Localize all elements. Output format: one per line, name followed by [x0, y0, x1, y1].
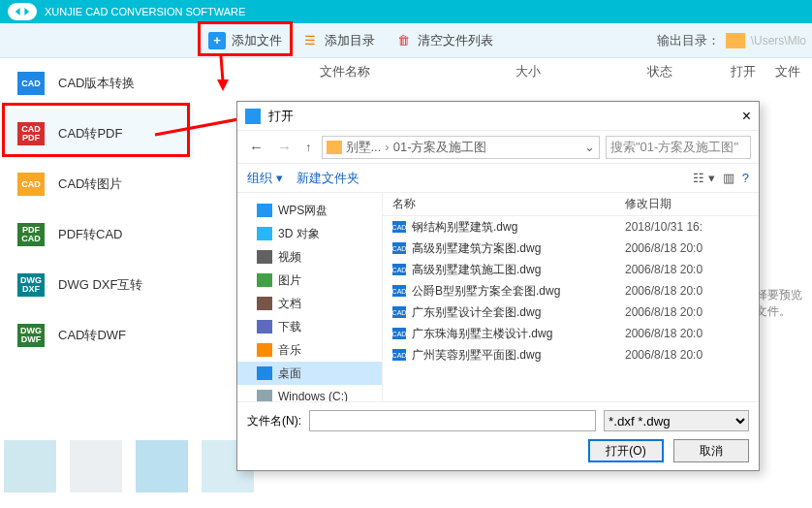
list-header: 名称 修改日期: [383, 193, 759, 216]
sidebar-item-label: CAD转图片: [58, 175, 122, 193]
sidebar-item-pdf2cad[interactable]: PDFCADPDF转CAD: [0, 209, 194, 260]
thumb[interactable]: [136, 440, 188, 492]
plus-icon: +: [208, 32, 226, 49]
app-logo: [8, 3, 37, 20]
close-icon[interactable]: ×: [742, 108, 751, 125]
list-icon: ☰: [301, 32, 319, 49]
file-date: 2006/8/18 20:0: [625, 327, 741, 340]
crumb-seg[interactable]: 别墅...: [346, 139, 382, 156]
pdf-cad-icon: PDFCAD: [17, 223, 45, 246]
dialog-title: 打开: [268, 108, 294, 125]
sidebar-item-cad2pdf[interactable]: CADPDFCAD转PDF: [0, 109, 194, 159]
tree-item[interactable]: 音乐: [237, 338, 382, 362]
breadcrumb[interactable]: 别墅... › 01-方案及施工图 ⌄: [322, 136, 601, 159]
tree-item-icon: [257, 204, 272, 217]
search-input[interactable]: 搜索"01-方案及施工图": [606, 136, 751, 159]
file-date: 2006/8/18 20:0: [625, 241, 741, 255]
sidebar-item-cad2img[interactable]: CADCAD转图片: [0, 159, 194, 209]
forward-button[interactable]: →: [273, 139, 296, 155]
crumb-seg[interactable]: 01-方案及施工图: [393, 139, 487, 156]
toolbar: + 添加文件 ☰ 添加目录 🗑 清空文件列表 输出目录： \Users\Mlo: [0, 23, 812, 58]
new-folder-button[interactable]: 新建文件夹: [297, 170, 359, 187]
cad-version-icon: CAD: [17, 72, 45, 95]
file-date: 2006/8/18 20:0: [625, 263, 741, 276]
file-row[interactable]: CAD钢结构别墅建筑.dwg2018/10/31 16:: [383, 216, 759, 238]
thumb[interactable]: [70, 440, 122, 492]
add-dir-button[interactable]: ☰ 添加目录: [292, 28, 385, 53]
folder-icon: [327, 141, 342, 154]
file-filter-select[interactable]: *.dxf *.dwg: [604, 410, 749, 431]
tree-item-icon: [257, 227, 272, 240]
file-row[interactable]: CAD高级别墅建筑方案图.dwg2006/8/18 20:0: [383, 238, 759, 259]
file-name: 广东别墅设计全套图.dwg: [412, 304, 541, 321]
col-size: 大小: [515, 63, 541, 80]
tree-item-icon: [257, 343, 272, 357]
help-button[interactable]: ?: [742, 171, 749, 185]
tree-item[interactable]: 3D 对象: [237, 222, 382, 245]
file-name: 广东珠海别墅主楼设计.dwg: [412, 326, 552, 342]
chevron-down-icon[interactable]: ⌄: [584, 140, 595, 154]
col-name[interactable]: 名称: [383, 196, 625, 212]
dwg-dxf-icon: DWGDXF: [17, 273, 45, 297]
tree-item[interactable]: 图片: [237, 269, 382, 292]
dialog-titlebar: 打开 ×: [237, 102, 759, 131]
thumb[interactable]: [4, 440, 56, 492]
tree-item[interactable]: WPS网盘: [237, 199, 382, 222]
open-file-dialog: 打开 × ← → ↑ 别墅... › 01-方案及施工图 ⌄ 搜索"01-方案及…: [236, 101, 760, 471]
tree-item-label: Windows (C:): [278, 390, 348, 401]
sidebar-item-label: CAD转PDF: [58, 125, 122, 143]
file-row[interactable]: CAD高级别墅建筑施工图.dwg2006/8/18 20:0: [383, 259, 759, 280]
sidebar-item-dwgdxf[interactable]: DWGDXFDWG DXF互转: [0, 260, 194, 310]
file-row[interactable]: CAD公爵B型别墅方案全套图.dwg2006/8/18 20:0: [383, 280, 759, 302]
file-date: 2018/10/31 16:: [625, 220, 741, 234]
col-open: 打开: [731, 63, 756, 80]
sidebar-item-label: DWG DXF互转: [58, 276, 142, 294]
folder-icon[interactable]: [726, 33, 745, 48]
tree-item-label: 图片: [278, 272, 301, 289]
details-pane-button[interactable]: ▥: [723, 171, 734, 185]
open-button[interactable]: 打开(O): [588, 439, 664, 462]
tree-item-label: WPS网盘: [278, 203, 328, 219]
dialog-bottom: 文件名(N): *.dxf *.dwg 打开(O) 取消: [237, 401, 759, 470]
tree-item-label: 视频: [278, 249, 301, 266]
taskbar-thumbs: [4, 440, 254, 492]
file-date: 2006/8/18 20:0: [625, 284, 741, 298]
file-date: 2006/8/18 20:0: [625, 348, 741, 362]
cad-file-icon: CAD: [392, 285, 406, 297]
sidebar-item-version[interactable]: CADCAD版本转换: [0, 58, 194, 109]
sidebar-item-cad2dwf[interactable]: DWGDWFCAD转DWF: [0, 310, 194, 361]
cad-file-icon: CAD: [392, 306, 406, 318]
file-name: 高级别墅建筑方案图.dwg: [412, 240, 541, 257]
tree-item-label: 3D 对象: [278, 226, 320, 242]
file-row[interactable]: CAD广州芙蓉别墅平面图.dwg2006/8/18 20:0: [383, 344, 759, 365]
filename-input[interactable]: [309, 410, 596, 431]
clear-list-button[interactable]: 🗑 清空文件列表: [385, 28, 503, 53]
col-date[interactable]: 修改日期: [625, 196, 741, 212]
view-mode-button[interactable]: ☷ ▾: [693, 171, 715, 185]
cad-img-icon: CAD: [17, 173, 45, 196]
cad-file-icon: CAD: [392, 221, 406, 233]
tree-item[interactable]: Windows (C:): [237, 385, 382, 401]
up-button[interactable]: ↑: [301, 140, 316, 154]
col-filename: 文件名称: [320, 63, 370, 80]
tree-item-label: 下载: [278, 319, 301, 335]
cancel-button[interactable]: 取消: [673, 439, 749, 462]
organize-menu[interactable]: 组织 ▾: [247, 170, 283, 187]
add-dir-label: 添加目录: [325, 32, 375, 49]
tree-item-label: 文档: [278, 296, 301, 312]
back-button[interactable]: ←: [245, 139, 267, 155]
tree-item[interactable]: 文档: [237, 292, 382, 315]
sidebar-item-label: PDF转CAD: [58, 226, 122, 243]
file-row[interactable]: CAD广东别墅设计全套图.dwg2006/8/18 20:0: [383, 302, 759, 323]
file-row[interactable]: CAD广东珠海别墅主楼设计.dwg2006/8/18 20:0: [383, 323, 759, 344]
tree-item-icon: [257, 297, 272, 310]
dialog-tools: 组织 ▾ 新建文件夹 ☷ ▾ ▥ ?: [237, 164, 759, 193]
tree-item[interactable]: 桌面: [237, 362, 382, 385]
chevron-right-icon: ›: [385, 140, 389, 154]
titlebar: XUNJIE CAD CONVERSION SOFTWARE: [0, 0, 812, 23]
add-file-button[interactable]: + 添加文件: [199, 28, 292, 53]
dialog-nav: ← → ↑ 别墅... › 01-方案及施工图 ⌄ 搜索"01-方案及施工图": [237, 131, 759, 164]
tree-item[interactable]: 视频: [237, 245, 382, 269]
tree-item[interactable]: 下载: [237, 315, 382, 338]
dialog-icon: [245, 109, 261, 124]
